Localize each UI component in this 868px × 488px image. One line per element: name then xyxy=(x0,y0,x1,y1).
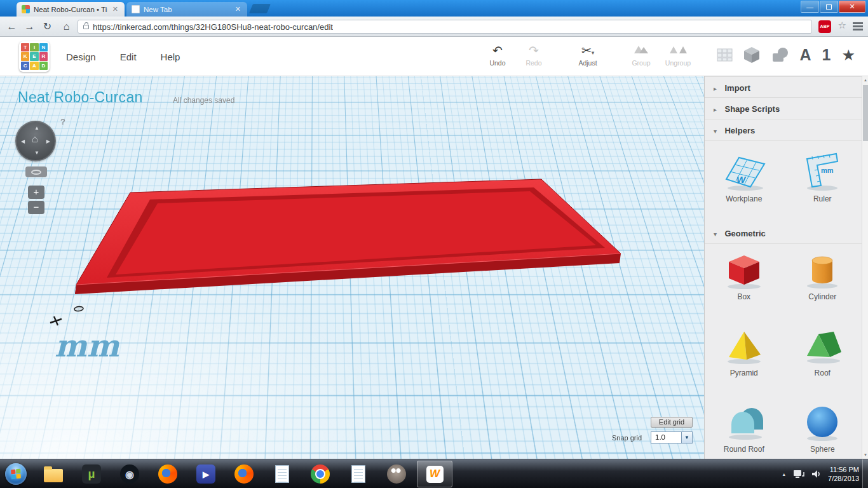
view-navigation-widget[interactable]: ▲ ⌂ ▼ ◀ ▶ xyxy=(15,121,56,161)
taskbar-firefox-2[interactable] xyxy=(225,459,263,488)
adblock-icon[interactable]: ABP xyxy=(818,20,831,33)
browser-navbar: ← → ↻ ⌂ https://tinkercad.com/things/32H… xyxy=(0,17,868,37)
scroll-up-icon[interactable]: ▲ xyxy=(862,76,868,84)
shape-round-roof[interactable]: Round Roof xyxy=(705,396,783,459)
chevron-down-icon[interactable]: ▼ xyxy=(681,432,692,443)
snap-grid-select[interactable]: 1.0 ▼ xyxy=(651,431,693,444)
volume-icon[interactable] xyxy=(811,470,821,478)
tab-active[interactable]: Neat Robo-Curcan • Tink... ✕ xyxy=(17,2,125,17)
network-icon[interactable] xyxy=(793,470,804,478)
shape-workplane[interactable]: W Workplane xyxy=(705,141,783,222)
shape-cylinder[interactable]: Cylinder xyxy=(783,244,862,320)
section-import[interactable]: ▸ Import xyxy=(705,76,862,98)
sphere-icon xyxy=(802,403,843,442)
logo-letter: K xyxy=(21,52,29,60)
tab-close-icon[interactable]: ✕ xyxy=(111,5,119,13)
new-tab-button[interactable] xyxy=(249,4,271,13)
address-bar[interactable]: https://tinkercad.com/things/32HG180SHu8… xyxy=(78,20,812,34)
utorrent-icon: µ xyxy=(82,464,101,484)
zoom-out-button[interactable]: − xyxy=(28,201,44,214)
taskbar-gimp[interactable] xyxy=(377,459,416,488)
close-button[interactable]: ✕ xyxy=(839,1,865,13)
taskbar-document[interactable] xyxy=(263,459,301,488)
rotate-view-button[interactable] xyxy=(25,166,47,177)
screen: Neat Robo-Curcan • Tink... ✕ New Tab ✕ —… xyxy=(0,0,868,488)
shape-roof[interactable]: Roof xyxy=(783,320,862,396)
bookmark-star-icon[interactable]: ☆ xyxy=(838,20,846,31)
start-button[interactable] xyxy=(5,463,27,485)
menu-help[interactable]: Help xyxy=(161,51,180,62)
help-icon[interactable]: ? xyxy=(60,117,65,126)
arrow-down-icon[interactable]: ▼ xyxy=(34,151,39,156)
logo-letter: N xyxy=(39,43,48,51)
shape-ruler[interactable]: mm Ruler xyxy=(783,141,862,222)
arrow-left-icon[interactable]: ◀ xyxy=(21,139,25,144)
tab-close-icon[interactable]: ✕ xyxy=(234,5,242,13)
minimize-button[interactable]: — xyxy=(801,1,819,13)
taskbar-steam[interactable]: ◉ xyxy=(111,459,149,488)
redo-button[interactable]: ↷ Redo xyxy=(515,43,552,67)
menu-edit[interactable]: Edit xyxy=(120,51,137,62)
design-title: Neat Robo-Curcan xyxy=(18,89,143,106)
maximize-button[interactable] xyxy=(820,1,838,13)
edit-grid-button[interactable]: Edit grid xyxy=(651,417,693,428)
taskbar-media-player[interactable]: ▶ xyxy=(187,459,225,488)
workplane-grid-icon[interactable] xyxy=(717,48,733,62)
taskbar-firefox[interactable] xyxy=(149,459,187,488)
undo-icon: ↶ xyxy=(479,43,516,58)
tray-expand-icon[interactable]: ▲ xyxy=(782,472,786,477)
taskbar-explorer[interactable] xyxy=(34,459,72,488)
gimp-icon xyxy=(387,464,406,484)
adjust-icon: ✂ xyxy=(581,44,592,57)
shape-pyramid[interactable]: Pyramid xyxy=(705,320,783,396)
tinkercad-logo[interactable]: T I N K E R C A D xyxy=(19,41,50,72)
show-desktop-button[interactable] xyxy=(862,459,868,488)
menu-design[interactable]: Design xyxy=(66,51,96,62)
system-clock[interactable]: 11:56 PM 7/28/2013 xyxy=(828,465,859,484)
home-view-icon[interactable]: ⌂ xyxy=(32,134,38,144)
cube-view-icon[interactable] xyxy=(743,46,761,64)
shape-sphere[interactable]: Sphere xyxy=(783,396,862,459)
move-handle-icon[interactable] xyxy=(50,316,62,325)
group-button[interactable]: Group xyxy=(623,43,660,67)
taskbar-winamp[interactable]: W xyxy=(417,461,452,487)
reload-icon[interactable]: ↻ xyxy=(39,19,55,34)
taskbar-document-2[interactable] xyxy=(339,459,377,488)
shapes-blob-icon[interactable] xyxy=(771,47,789,64)
star-icon[interactable]: ★ xyxy=(841,46,855,64)
browser-menu-icon[interactable] xyxy=(853,22,863,30)
section-geometric[interactable]: ▾ Geometric xyxy=(705,222,862,244)
undo-button[interactable]: ↶ Undo xyxy=(479,43,516,67)
chevron-down-icon: ▾ xyxy=(592,50,595,56)
padlock-icon xyxy=(83,25,89,29)
section-shape-scripts[interactable]: ▸ Shape Scripts xyxy=(705,98,862,119)
arrow-up-icon[interactable]: ▲ xyxy=(34,126,39,131)
section-helpers[interactable]: ▾ Helpers xyxy=(705,119,862,141)
back-icon[interactable]: ← xyxy=(4,19,20,34)
save-status: All changes saved xyxy=(173,96,234,105)
zoom-in-button[interactable]: + xyxy=(28,186,44,199)
ungroup-button[interactable]: Ungroup xyxy=(660,43,696,67)
svg-text:mm: mm xyxy=(821,166,834,174)
forward-icon[interactable]: → xyxy=(22,19,37,34)
rotate-handle-icon[interactable] xyxy=(74,306,84,311)
tab-new-tab[interactable]: New Tab ✕ xyxy=(126,2,247,17)
red-tray-shape[interactable] xyxy=(0,76,704,459)
taskbar-chrome[interactable] xyxy=(301,459,339,488)
taskbar-utorrent[interactable]: µ xyxy=(72,459,111,488)
adjust-button[interactable]: ✂▾ Adjust xyxy=(569,43,606,67)
letter-a-icon[interactable]: A xyxy=(800,46,811,64)
winamp-icon: W xyxy=(426,466,444,483)
design-viewport[interactable]: Neat Robo-Curcan All changes saved ? mm … xyxy=(0,76,704,459)
arrow-right-icon[interactable]: ▶ xyxy=(46,139,50,144)
browser-titlebar: Neat Robo-Curcan • Tink... ✕ New Tab ✕ —… xyxy=(0,0,868,17)
firefox-icon xyxy=(158,464,177,484)
chrome-icon xyxy=(311,464,330,484)
panel-scrollbar[interactable]: ▲ ▼ xyxy=(862,76,868,459)
shape-box[interactable]: Box xyxy=(705,244,783,320)
clock-time: 11:56 PM xyxy=(828,465,859,474)
home-icon[interactable]: ⌂ xyxy=(58,19,74,34)
scrollbar-thumb[interactable] xyxy=(863,85,868,141)
number-1-icon[interactable]: 1 xyxy=(822,46,831,64)
scroll-down-icon[interactable]: ▼ xyxy=(862,451,868,459)
